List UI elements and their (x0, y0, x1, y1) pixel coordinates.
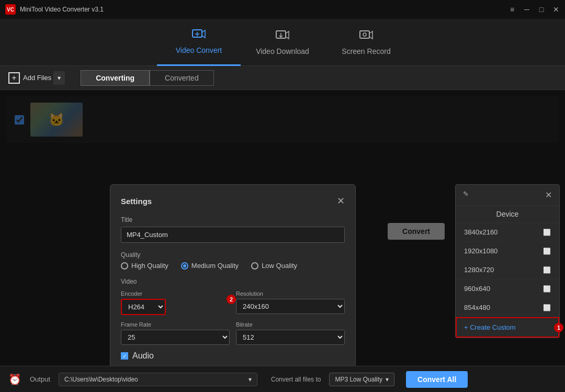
add-files-dropdown[interactable]: ▾ (53, 71, 65, 85)
bitrate-select[interactable]: 512 1024 2048 (236, 330, 345, 345)
quality-select-bottom[interactable]: MP3 Low Quality ▾ (329, 373, 394, 386)
tab-screen-record[interactable]: Screen Record (324, 19, 408, 66)
app-logo: VC (5, 4, 16, 15)
encoder-select[interactable]: H264 H265 MPEG4 (121, 299, 166, 315)
step-2-badge: 2 (227, 295, 236, 304)
resolution-panel-close[interactable]: ✕ (545, 190, 552, 200)
video-download-icon (275, 29, 290, 44)
output-path-dropdown[interactable]: ▾ (248, 376, 252, 383)
output-path-text: C:\Users\lw\Desktop\video (64, 376, 138, 383)
nav-bar: Video Convert Video Download Screen Reco… (0, 19, 565, 66)
frame-rate-label: Frame Rate (121, 321, 230, 328)
resolution-edit-icon[interactable]: ✎ (463, 190, 469, 200)
output-label: Output (30, 375, 50, 383)
settings-dialog-title: Settings (121, 197, 152, 206)
titlebar-controls: ≡ ─ □ ✕ (508, 6, 560, 13)
encoder-group: Encoder H264 H265 MPEG4 2 (121, 290, 230, 315)
encoder-wrapper: H264 H265 MPEG4 2 (121, 299, 230, 315)
quality-high-label: High Quality (131, 262, 168, 270)
tab-video-download-label: Video Download (256, 47, 309, 55)
tab-screen-record-label: Screen Record (342, 47, 390, 55)
quality-high-option[interactable]: High Quality (121, 262, 168, 270)
audio-row: ✓ Audio (121, 351, 345, 361)
toolbar: + Add Files ▾ Converting Converted (0, 66, 565, 90)
resolution-item-854[interactable]: 854x480 ⬜ (456, 298, 559, 317)
frame-rate-select[interactable]: 25 30 60 (121, 330, 230, 345)
add-icon: + (8, 72, 20, 84)
resolution-item-720p[interactable]: 1280x720 ⬜ (456, 261, 559, 279)
add-files-button[interactable]: + Add Files (8, 72, 51, 84)
resolution-select[interactable]: 240x160 480x320 720x480 (236, 299, 345, 314)
close-icon[interactable]: ✕ (552, 6, 560, 13)
hamburger-menu-icon[interactable]: ≡ (508, 6, 516, 13)
resolution-720p-label: 1280x720 (464, 266, 494, 274)
quality-medium-radio[interactable] (181, 262, 188, 270)
frame-rate-group: Frame Rate 25 30 60 (121, 321, 230, 345)
resolution-panel: ✎ ✕ Device 3840x2160 ⬜ 1920x1080 ⬜ 1280x… (455, 184, 560, 338)
external-link-icon-3: ⬜ (543, 266, 551, 274)
convert-all-files-label: Convert all files to (271, 376, 321, 383)
quality-options: High Quality Medium Quality Low Quality (121, 262, 345, 270)
external-link-icon-5: ⬜ (543, 304, 551, 311)
external-link-icon-4: ⬜ (543, 285, 551, 293)
app-title: MiniTool Video Converter v3.1 (20, 6, 104, 13)
step-1-badge: 1 (554, 323, 563, 332)
main-area: 🐱 Convert Settings ✕ Title Quality High … (0, 90, 565, 366)
svg-rect-2 (360, 31, 369, 38)
resolution-item-1080p[interactable]: 1920x1080 ⬜ (456, 242, 559, 261)
titlebar-left: VC MiniTool Video Converter v3.1 (5, 4, 104, 15)
bottom-bar: ⏰ Output C:\Users\lw\Desktop\video ▾ Con… (0, 366, 565, 392)
create-custom-button[interactable]: + Create Custom (456, 317, 559, 338)
resolution-label: Resolution (236, 290, 345, 297)
screen-record-icon (359, 29, 374, 44)
quality-low-label: Low Quality (262, 262, 297, 270)
resolution-item-960[interactable]: 960x640 ⬜ (456, 279, 559, 298)
quality-select-label: MP3 Low Quality (335, 376, 382, 383)
bitrate-label: Bitrate (236, 321, 345, 328)
sub-tab-group: Converting Converted (81, 70, 213, 86)
create-custom-wrapper: + Create Custom 1 (456, 317, 559, 338)
quality-medium-option[interactable]: Medium Quality (181, 262, 239, 270)
external-link-icon-2: ⬜ (543, 248, 551, 255)
output-path[interactable]: C:\Users\lw\Desktop\video ▾ (59, 373, 257, 386)
resolution-item-4k[interactable]: 3840x2160 ⬜ (456, 223, 559, 242)
tab-video-convert-label: Video Convert (176, 46, 222, 54)
convert-all-button[interactable]: Convert All (406, 371, 468, 388)
converting-tab[interactable]: Converting (81, 70, 150, 86)
clock-icon[interactable]: ⏰ (8, 373, 21, 386)
video-convert-icon (191, 28, 206, 43)
tab-video-download[interactable]: Video Download (241, 19, 324, 66)
bitrate-group: Bitrate 512 1024 2048 (236, 321, 345, 345)
quality-field-label: Quality (121, 251, 345, 259)
resolution-panel-header: ✎ ✕ (456, 185, 559, 206)
svg-point-3 (363, 33, 366, 36)
settings-header: Settings ✕ (121, 195, 345, 207)
video-fields: Encoder H264 H265 MPEG4 2 Resolution 240… (121, 290, 345, 345)
device-label: Device (456, 206, 559, 223)
audio-checkbox[interactable]: ✓ (121, 352, 128, 360)
audio-label: Audio (132, 351, 154, 361)
encoder-label: Encoder (121, 290, 230, 297)
tab-video-convert[interactable]: Video Convert (157, 19, 241, 66)
settings-dialog: Settings ✕ Title Quality High Quality Me… (110, 184, 356, 366)
resolution-4k-label: 3840x2160 (464, 228, 498, 236)
maximize-icon[interactable]: □ (538, 6, 545, 13)
minimize-icon[interactable]: ─ (523, 6, 530, 13)
resolution-960-label: 960x640 (464, 285, 490, 293)
quality-low-option[interactable]: Low Quality (251, 262, 297, 270)
resolution-group: Resolution 240x160 480x320 720x480 (236, 290, 345, 315)
video-section-label: Video (121, 278, 345, 285)
titlebar: VC MiniTool Video Converter v3.1 ≡ ─ □ ✕ (0, 0, 565, 19)
quality-high-radio[interactable] (121, 262, 128, 270)
quality-dropdown-arrow[interactable]: ▾ (386, 376, 389, 383)
resolution-1080p-label: 1920x1080 (464, 247, 498, 255)
title-input[interactable] (121, 227, 345, 243)
settings-close-button[interactable]: ✕ (337, 195, 345, 207)
title-field-label: Title (121, 216, 345, 223)
quality-low-radio[interactable] (251, 262, 258, 270)
add-files-label: Add Files (23, 74, 51, 82)
quality-medium-label: Medium Quality (191, 262, 239, 270)
resolution-854-label: 854x480 (464, 304, 490, 311)
external-link-icon: ⬜ (543, 229, 551, 236)
converted-tab[interactable]: Converted (150, 70, 214, 86)
